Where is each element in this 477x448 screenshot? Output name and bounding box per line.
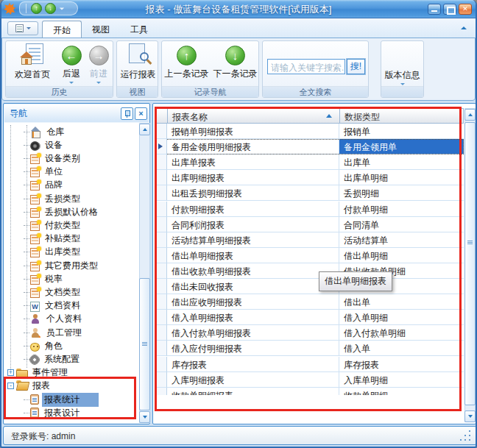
- data-type-cell[interactable]: 报销单: [339, 124, 464, 139]
- pin-icon[interactable]: [121, 107, 133, 120]
- table-row[interactable]: 备用金领用明细报表备用金领用单: [155, 139, 464, 154]
- back-button[interactable]: ← 后退: [57, 43, 85, 84]
- nav-scrollbar-thumb[interactable]: [139, 278, 150, 410]
- run-report-button[interactable]: 运行报表: [117, 43, 159, 81]
- tab-view[interactable]: 视图: [82, 21, 120, 38]
- table-row[interactable]: 活动结算单明细报表活动结算单: [155, 232, 464, 248]
- column-header-report-name[interactable]: 报表名称: [168, 109, 340, 123]
- tree-item-8[interactable]: 付款类型: [4, 218, 139, 232]
- tree-item-6[interactable]: 丢损类型: [4, 192, 139, 205]
- tree-item-3[interactable]: 设备类别: [4, 152, 139, 165]
- tree-item-12[interactable]: 税率: [4, 272, 139, 285]
- table-row[interactable]: 合同利润报表合同清单: [155, 217, 464, 232]
- resize-grip-icon[interactable]: [469, 439, 470, 441]
- prev-record-button[interactable]: ↑ 上一条记录: [163, 43, 211, 80]
- table-row[interactable]: 借出未回收报表借出单明细: [155, 279, 464, 294]
- close-icon[interactable]: ×: [135, 107, 147, 120]
- table-scrollbar-thumb[interactable]: [464, 122, 476, 405]
- report-name-cell[interactable]: 借出未回收报表: [167, 279, 339, 294]
- report-name-cell[interactable]: 入库明细报表: [167, 372, 339, 388]
- data-type-cell[interactable]: 活动结算单: [339, 232, 464, 248]
- report-name-cell[interactable]: 借出应收明细报表: [167, 294, 339, 310]
- nav-scroll-down-button[interactable]: [139, 411, 150, 423]
- table-row[interactable]: 借入应付明细报表借入单: [155, 341, 464, 356]
- data-type-cell[interactable]: 备用金领用单: [339, 139, 464, 154]
- table-row[interactable]: 付款明细报表付款单明细: [155, 202, 464, 217]
- table-row[interactable]: 报销单明细报表报销单: [155, 124, 464, 139]
- report-name-cell[interactable]: 付款明细报表: [167, 202, 339, 217]
- data-type-cell[interactable]: 借入付款单明细: [339, 325, 464, 341]
- report-name-cell[interactable]: 出库明细报表: [167, 170, 339, 185]
- report-name-cell[interactable]: 报销单明细报表: [167, 124, 339, 139]
- data-type-cell[interactable]: 借出单: [339, 294, 464, 310]
- data-type-cell[interactable]: 丢损明细: [339, 185, 464, 201]
- data-type-cell[interactable]: 合同清单: [339, 217, 464, 232]
- tree-item-14[interactable]: W文档资料: [4, 299, 139, 313]
- report-name-cell[interactable]: 借出收款单明细报表: [167, 263, 339, 279]
- tree-item-21[interactable]: 报表统计: [4, 393, 139, 406]
- tree-item-7[interactable]: 丢损默认价格: [4, 205, 139, 218]
- tree-item-15[interactable]: 个人资料: [4, 313, 139, 326]
- table-row[interactable]: 收款单明细报表收款单明细: [155, 388, 464, 395]
- table-scroll-up-button[interactable]: [464, 109, 476, 121]
- report-name-cell[interactable]: 借入应付明细报表: [167, 341, 339, 356]
- ribbon-collapse-icon[interactable]: [461, 26, 467, 29]
- data-type-cell[interactable]: 借入单明细: [339, 310, 464, 325]
- table-row[interactable]: 出库单报表出库单: [155, 154, 464, 170]
- tree-item-1[interactable]: 仓库: [4, 125, 139, 138]
- next-record-button[interactable]: ↓ 下一条记录: [211, 43, 259, 80]
- data-type-cell[interactable]: 库存报表: [339, 357, 464, 372]
- table-scroll-down-button[interactable]: [464, 410, 476, 422]
- report-name-cell[interactable]: 库存报表: [167, 357, 339, 372]
- tree-item-13[interactable]: 文档类型: [4, 285, 139, 299]
- nav-scroll-up-button[interactable]: [139, 124, 150, 135]
- tree-item-5[interactable]: 品牌: [4, 179, 139, 192]
- report-name-cell[interactable]: 活动结算单明细报表: [167, 232, 339, 248]
- table-row[interactable]: 借入付款单明细报表借入付款单明细: [155, 325, 464, 341]
- data-type-cell[interactable]: 入库单明细: [339, 372, 464, 388]
- app-menu-button[interactable]: [7, 21, 38, 35]
- column-header-data-type[interactable]: 数据类型: [340, 109, 463, 123]
- data-type-cell[interactable]: 借出单明细: [339, 248, 464, 263]
- report-name-cell[interactable]: 出库单报表: [167, 154, 339, 170]
- data-type-cell[interactable]: 借入单: [339, 341, 464, 356]
- report-name-cell[interactable]: 借入单明细报表: [167, 310, 339, 325]
- tree-item-9[interactable]: 补贴类型: [4, 232, 139, 246]
- report-name-cell[interactable]: 借出单明细报表: [167, 248, 339, 263]
- report-name-cell[interactable]: 合同利润报表: [167, 217, 339, 232]
- table-row[interactable]: 出库明细报表出库单明细: [155, 170, 464, 185]
- report-name-cell[interactable]: 出租丢损明细报表: [167, 185, 339, 201]
- tree-item-4[interactable]: 单位: [4, 166, 139, 179]
- expand-icon[interactable]: +: [7, 369, 14, 376]
- tree-item-22[interactable]: 报表设计: [4, 406, 139, 419]
- data-type-cell[interactable]: 出库单: [339, 154, 464, 170]
- table-row[interactable]: 借出收款单明细报表借出收款单明细: [155, 263, 464, 279]
- data-type-cell[interactable]: 付款单明细: [339, 202, 464, 217]
- report-name-cell[interactable]: 收款单明细报表: [167, 388, 339, 395]
- report-name-cell[interactable]: 备用金领用明细报表: [167, 139, 339, 154]
- close-button[interactable]: ✕: [459, 4, 472, 15]
- forward-button[interactable]: → 前进: [85, 43, 113, 84]
- tab-start[interactable]: 开始: [42, 21, 82, 38]
- table-row[interactable]: 入库明细报表入库单明细: [155, 372, 464, 388]
- maximize-button[interactable]: [443, 4, 456, 15]
- table-row[interactable]: 借出应收明细报表借出单: [155, 294, 464, 310]
- table-row[interactable]: 借入单明细报表借入单明细: [155, 310, 464, 325]
- search-button[interactable]: 搜!: [347, 59, 365, 74]
- tree-item-19[interactable]: +事件管理: [4, 366, 139, 380]
- tree-item-10[interactable]: 出库类型: [4, 246, 139, 259]
- search-input[interactable]: 请输入关键字搜索...: [267, 59, 345, 74]
- tree-item-2[interactable]: 设备: [4, 138, 139, 152]
- table-row[interactable]: 库存报表库存报表: [155, 357, 464, 372]
- version-info-button[interactable]: 版本信息: [381, 69, 423, 85]
- tree-item-16[interactable]: 员工管理: [4, 326, 139, 339]
- collapse-icon[interactable]: -: [7, 383, 14, 389]
- tree-item-18[interactable]: 系统配置: [4, 352, 139, 366]
- tree-item-11[interactable]: 其它费用类型: [4, 259, 139, 272]
- tree-item-17[interactable]: 角色: [4, 339, 139, 352]
- tab-tools[interactable]: 工具: [120, 21, 158, 38]
- table-row[interactable]: 借出单明细报表借出单明细: [155, 248, 464, 263]
- data-type-cell[interactable]: 出库单明细: [339, 170, 464, 185]
- table-row[interactable]: 出租丢损明细报表丢损明细: [155, 185, 464, 201]
- welcome-home-button[interactable]: 欢迎首页: [8, 43, 57, 81]
